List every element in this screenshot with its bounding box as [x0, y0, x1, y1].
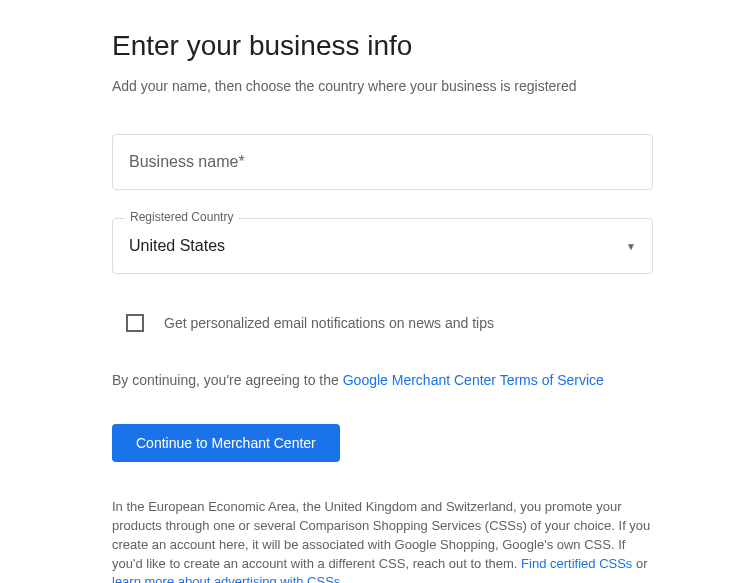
page-title: Enter your business info: [112, 30, 635, 62]
footer-suffix: .: [340, 574, 344, 583]
agreement-text: By continuing, you're agreeing to the Go…: [112, 372, 635, 388]
learn-more-link[interactable]: learn more about advertising with CSSs: [112, 574, 340, 583]
email-notifications-row: Get personalized email notifications on …: [126, 314, 635, 332]
footer-text: In the European Economic Area, the Unite…: [112, 498, 653, 583]
agreement-prefix: By continuing, you're agreeing to the: [112, 372, 343, 388]
page-subtitle: Add your name, then choose the country w…: [112, 78, 635, 94]
country-select-value: United States: [129, 237, 225, 255]
email-notifications-checkbox[interactable]: [126, 314, 144, 332]
business-name-input[interactable]: [112, 134, 653, 190]
terms-link[interactable]: Google Merchant Center Terms of Service: [343, 372, 604, 388]
footer-connector: or: [632, 556, 647, 571]
country-select[interactable]: Registered Country United States ▼: [112, 218, 653, 274]
country-select-label: Registered Country: [125, 210, 238, 224]
email-notifications-label: Get personalized email notifications on …: [164, 315, 494, 331]
continue-button[interactable]: Continue to Merchant Center: [112, 424, 340, 462]
find-css-link[interactable]: Find certified CSSs: [521, 556, 632, 571]
chevron-down-icon: ▼: [626, 241, 636, 252]
